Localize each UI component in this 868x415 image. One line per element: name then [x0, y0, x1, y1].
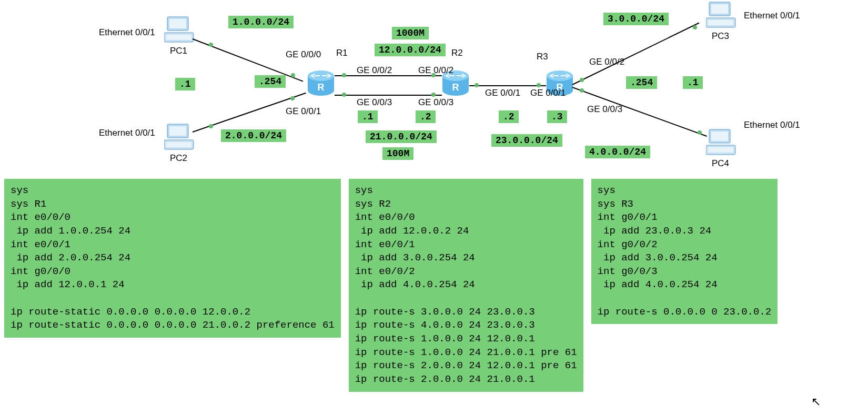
r1-ip-top: .1	[358, 110, 378, 123]
net-4-label: 4.0.0.0/24	[585, 146, 650, 158]
r1-ge003: GE 0/0/3	[357, 97, 392, 108]
r2-ip-right: .2	[499, 110, 519, 123]
link-r1-r2-bottom	[335, 95, 442, 96]
pc2-intf: Ethernet 0/0/1	[99, 128, 155, 138]
r2-label: R2	[451, 48, 463, 58]
pc1-intf: Ethernet 0/0/1	[99, 27, 155, 38]
net-3-label: 3.0.0.0/24	[603, 13, 669, 25]
network-topology-diagram: R PC1 Ethernet 0/0/1 PC2 Ethernet 0/0/1 …	[0, 0, 868, 176]
r3-ip-left: .3	[547, 110, 567, 123]
r1-icon	[307, 69, 335, 97]
r3-label: R3	[537, 52, 548, 62]
link-dot	[291, 73, 295, 77]
r3-config: sys sys R3 int g0/0/1 ip add 23.0.0.3 24…	[591, 179, 778, 324]
net-12-label: 12.0.0.0/24	[375, 44, 446, 56]
pc1-ip: .1	[175, 78, 195, 90]
link-dot	[342, 73, 346, 77]
r1-ge002: GE 0/0/2	[357, 65, 392, 76]
pc4-label: PC4	[712, 158, 729, 169]
link-dot	[537, 83, 541, 87]
link-r3-pc3	[572, 23, 700, 85]
r2-ip-top: .2	[416, 110, 436, 123]
pc1-icon	[164, 15, 195, 44]
net-2-label: 2.0.0.0/24	[221, 129, 286, 142]
link-dot	[698, 130, 702, 135]
net-21-label: 21.0.0.0/24	[366, 130, 437, 143]
r3-ge001: GE 0/0/1	[530, 88, 566, 98]
r3-ge002: GE 0/0/2	[589, 57, 624, 67]
link-dot	[342, 93, 346, 97]
link-dot	[431, 93, 436, 97]
r2-ge003: GE 0/0/3	[418, 97, 453, 108]
pc3-label: PC3	[712, 31, 729, 42]
r1-ge000: GE 0/0/0	[286, 49, 321, 60]
link-dot	[475, 83, 479, 87]
link-dot	[209, 43, 213, 47]
r2-ge001: GE 0/0/1	[485, 88, 520, 98]
r1-label: R1	[336, 48, 348, 58]
link-dot	[290, 96, 295, 100]
link-dot	[580, 78, 584, 82]
r1-ge001: GE 0/0/1	[286, 106, 321, 117]
speed-bottom: 100M	[382, 147, 413, 160]
net-1-label: 1.0.0.0/24	[228, 16, 294, 28]
speed-top: 1000M	[392, 27, 429, 39]
configs-row: sys sys R1 int e0/0/0 ip add 1.0.0.254 2…	[0, 179, 868, 392]
r1-gw: .254	[255, 75, 286, 88]
link-dot	[209, 124, 213, 128]
r3-ge003: GE 0/0/3	[587, 104, 622, 115]
link-r2-r3	[469, 85, 546, 86]
r2-ge002: GE 0/0/2	[418, 65, 453, 76]
r3-gw: .254	[626, 76, 657, 89]
r1-config: sys sys R1 int e0/0/0 ip add 1.0.0.254 2…	[4, 179, 341, 338]
pc1-label: PC1	[170, 46, 187, 56]
pc4-icon	[706, 127, 736, 156]
link-dot	[580, 88, 584, 93]
pc3-intf: Ethernet 0/0/1	[744, 11, 800, 21]
pc3-icon	[706, 0, 736, 29]
pc2-label: PC2	[170, 153, 187, 164]
link-dot	[693, 25, 697, 29]
pc4-intf: Ethernet 0/0/1	[744, 120, 800, 130]
pc2-icon	[164, 122, 195, 151]
mouse-cursor-icon: ↖	[811, 395, 821, 409]
pc3-ip: .1	[683, 76, 703, 89]
net-23-label: 23.0.0.0/24	[491, 134, 562, 147]
r2-config: sys sys R2 int e0/0/0 ip add 12.0.0.2 24…	[349, 179, 583, 392]
